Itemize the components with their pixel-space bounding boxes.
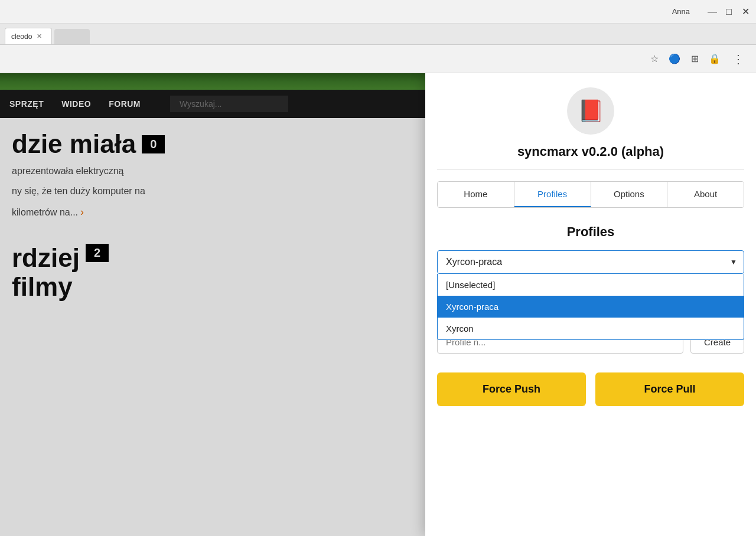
extension-icon-1[interactable]: 🔵 xyxy=(667,52,682,66)
action-buttons: Force Push Force Pull xyxy=(437,372,744,406)
dropdown-option-xyrcon[interactable]: Xyrcon xyxy=(438,318,744,339)
profile-dropdown[interactable]: Xyrcon-praca xyxy=(437,250,744,274)
lock-icon[interactable]: 🔒 xyxy=(708,52,722,66)
title-bar-username: Anna xyxy=(672,7,690,16)
profiles-section-title: Profiles xyxy=(437,224,744,240)
tab-label: cleodo xyxy=(11,32,32,41)
force-pull-button[interactable]: Force Pull xyxy=(595,372,744,406)
app-icon: 📕 xyxy=(578,99,604,123)
popup-divider xyxy=(437,169,744,169)
dropdown-option-xyrcon-praca[interactable]: Xyrcon-praca xyxy=(438,296,744,318)
webpage: SPRZĘT WIDEO FORUM dzie miała 0 aprezent… xyxy=(0,73,756,536)
force-push-button[interactable]: Force Push xyxy=(437,372,586,406)
tab-profiles[interactable]: Profiles xyxy=(514,182,591,207)
active-tab[interactable]: cleodo ✕ xyxy=(5,28,52,44)
popup-title: syncmarx v0.2.0 (alpha) xyxy=(517,144,664,159)
dropdown-list[interactable]: [Unselected] Xyrcon-praca Xyrcon xyxy=(437,274,744,340)
tab-about[interactable]: About xyxy=(667,182,744,207)
dropdown-selected-value: Xyrcon-praca xyxy=(446,257,502,267)
app-icon-container: 📕 xyxy=(567,87,614,135)
tab-close-btn[interactable]: ✕ xyxy=(37,32,42,40)
title-bar: Anna — □ ✕ xyxy=(0,0,756,24)
bookmark-icon[interactable]: ☆ xyxy=(647,52,662,66)
title-bar-controls: — □ ✕ xyxy=(708,7,750,17)
close-button[interactable]: ✕ xyxy=(741,7,750,17)
new-tab-btn[interactable] xyxy=(54,29,90,44)
tab-options[interactable]: Options xyxy=(591,182,668,207)
browser-menu-button[interactable]: ⋮ xyxy=(728,50,749,68)
maximize-button[interactable]: □ xyxy=(724,7,734,17)
address-bar: ☆ 🔵 ⊞ 🔒 ⋮ xyxy=(0,45,756,73)
profile-dropdown-container[interactable]: Xyrcon-praca ▼ [Unselected] Xyrcon-praca… xyxy=(437,250,744,274)
tab-bar: cleodo ✕ xyxy=(0,24,756,45)
extension-icon-2[interactable]: ⊞ xyxy=(687,52,702,66)
dropdown-option-unselected[interactable]: [Unselected] xyxy=(438,274,744,296)
syncmarx-popup: 📕 syncmarx v0.2.0 (alpha) Home Profiles … xyxy=(425,73,756,536)
minimize-button[interactable]: — xyxy=(708,7,717,17)
tab-home[interactable]: Home xyxy=(438,182,514,207)
popup-tabs: Home Profiles Options About xyxy=(437,181,744,208)
